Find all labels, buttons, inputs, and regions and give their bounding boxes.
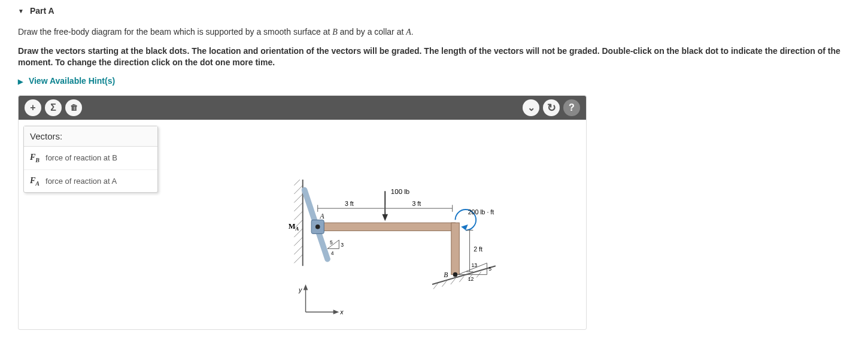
- svg-text:5: 5: [488, 266, 491, 272]
- svg-line-9: [294, 254, 302, 263]
- vector-desc: force of reaction at B: [45, 153, 117, 162]
- chevron-down-icon: ⌄: [527, 102, 535, 113]
- svg-text:2 ft: 2 ft: [474, 245, 482, 253]
- view-hints-link[interactable]: ▶ View Available Hint(s): [18, 76, 850, 86]
- svg-line-8: [294, 245, 302, 254]
- sigma-icon: Σ: [50, 102, 56, 113]
- svg-text:200 lb · ft: 200 lb · ft: [468, 208, 494, 215]
- black-dot-a[interactable]: [315, 224, 320, 229]
- svg-rect-12: [314, 223, 456, 230]
- svg-rect-13: [451, 223, 459, 275]
- svg-line-0: [294, 180, 302, 186]
- svg-line-1: [294, 185, 302, 193]
- svg-line-3: [294, 202, 302, 211]
- vector-symbol: FB: [30, 153, 40, 163]
- help-button[interactable]: ?: [563, 99, 580, 116]
- svg-line-15: [432, 266, 496, 284]
- svg-line-18: [451, 278, 456, 284]
- part-title: Part A: [30, 6, 54, 16]
- svg-marker-32: [461, 224, 468, 230]
- svg-text:y: y: [298, 286, 302, 293]
- redo-icon: ↻: [547, 101, 556, 114]
- svg-text:100 lb: 100 lb: [391, 188, 409, 195]
- svg-text:A: A: [320, 213, 325, 220]
- trash-button[interactable]: 🗑: [65, 99, 82, 116]
- sigma-button[interactable]: Σ: [45, 99, 62, 116]
- black-dot-b[interactable]: [453, 272, 458, 277]
- plus-icon: +: [30, 102, 35, 113]
- svg-line-19: [459, 276, 464, 282]
- beam-diagram: 100 lb 3 ft 3 ft 200 lb · ft 2 ft: [278, 180, 529, 329]
- svg-text:13: 13: [471, 262, 477, 268]
- vector-desc: force of reaction at A: [45, 177, 117, 186]
- svg-text:3: 3: [341, 241, 344, 247]
- vectors-panel: Vectors: FB force of reaction at B FA fo…: [23, 126, 158, 193]
- svg-line-2: [294, 194, 302, 202]
- redo-button[interactable]: ↻: [543, 99, 560, 116]
- drawing-toolbar: + Σ 🗑 ⌄ ↻ ?: [19, 96, 586, 120]
- svg-text:12: 12: [468, 276, 474, 282]
- svg-marker-49: [304, 284, 308, 290]
- panel-header: Vectors:: [24, 126, 157, 147]
- caret-down-icon: ▼: [18, 8, 24, 14]
- vector-item-fb[interactable]: FB force of reaction at B: [24, 147, 157, 170]
- svg-line-4: [294, 211, 302, 220]
- svg-text:x: x: [339, 308, 344, 315]
- intro-text: Draw the free-body diagram for the beam …: [18, 26, 850, 38]
- expand-button[interactable]: ⌄: [523, 99, 539, 116]
- svg-text:MA: MA: [289, 222, 299, 232]
- add-button[interactable]: +: [25, 99, 41, 116]
- svg-text:4: 4: [331, 250, 334, 256]
- svg-text:3 ft: 3 ft: [412, 200, 421, 207]
- vector-item-fa[interactable]: FA force of reaction at A: [24, 170, 157, 193]
- instructions-text: Draw the vectors starting at the black d…: [18, 45, 850, 69]
- vector-symbol: FA: [30, 176, 40, 187]
- svg-text:3 ft: 3 ft: [345, 200, 354, 207]
- part-header[interactable]: ▼ Part A: [18, 6, 850, 16]
- help-icon: ?: [569, 102, 575, 113]
- caret-right-icon: ▶: [18, 78, 23, 85]
- hints-label: View Available Hint(s): [29, 76, 115, 86]
- drawing-workspace: + Σ 🗑 ⌄ ↻ ? Vectors: FB force of reactio…: [18, 95, 587, 330]
- svg-line-7: [294, 237, 302, 245]
- trash-icon: 🗑: [70, 103, 78, 112]
- svg-marker-50: [333, 310, 339, 314]
- drawing-canvas[interactable]: 100 lb 3 ft 3 ft 200 lb · ft 2 ft: [158, 120, 586, 329]
- svg-text:B: B: [444, 271, 448, 278]
- svg-marker-23: [382, 214, 388, 221]
- svg-text:5: 5: [330, 239, 333, 245]
